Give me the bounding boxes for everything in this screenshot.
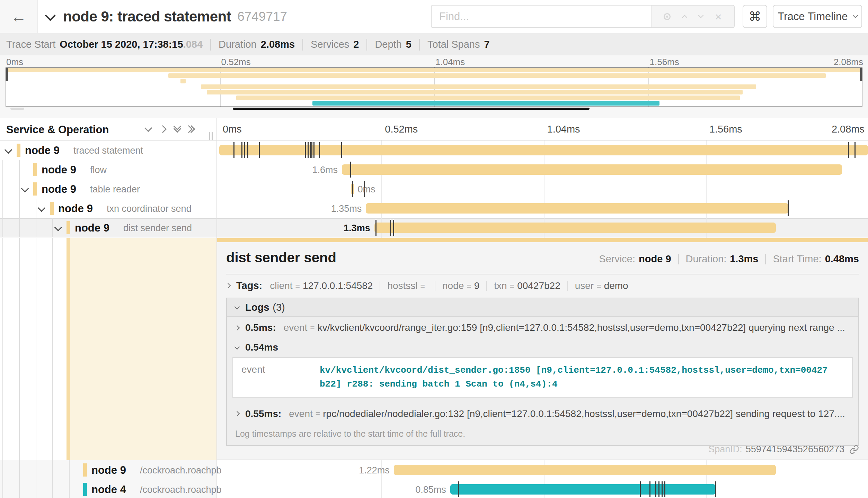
horizontal-scrollbar[interactable] [233, 108, 590, 110]
operation-name[interactable]: flow [90, 165, 107, 175]
expand-all-icon[interactable] [189, 126, 194, 132]
log-fields-table: eventkv/kvclient/kvcoord/dist_sender.go:… [232, 357, 853, 398]
log-field-value: kv/kvclient/kvcoord/range_iter.go:159 [n… [318, 322, 845, 333]
summary-item-value: 7 [484, 39, 490, 50]
service-name[interactable]: node 9 [25, 144, 60, 157]
service-name[interactable]: node 9 [75, 222, 109, 234]
back-arrow-icon: ← [11, 9, 27, 25]
service-name[interactable]: node 9 [91, 464, 126, 477]
span-bar[interactable] [219, 145, 868, 155]
operation-name[interactable]: dist sender send [123, 223, 192, 234]
minimap-span-bar [312, 101, 659, 106]
summary-item-value: October 15 2020, 17:38:15 [60, 39, 183, 50]
summary-separator [302, 39, 303, 51]
span-detail-title: dist sender send [226, 250, 336, 265]
log-marker-tick [640, 481, 641, 497]
log-entry-expanded-header[interactable]: 0.54ms [227, 338, 858, 356]
service-color-bar [83, 463, 87, 477]
logs-header[interactable]: Logs (3) [227, 298, 858, 317]
collapse-all-icon[interactable] [175, 127, 180, 132]
indent-guide [69, 480, 70, 498]
log-marker-tick [854, 142, 856, 158]
span-bar[interactable] [374, 223, 776, 233]
span-bar[interactable] [342, 164, 842, 175]
timeline-tick-label: 1.56ms [709, 124, 742, 135]
meta-value: 1.3ms [730, 253, 758, 265]
summary-item: Services2 [311, 39, 359, 50]
service-name[interactable]: node 9 [58, 202, 93, 215]
span-detail-meta: Service:node 9Duration:1.3msStart Time:0… [599, 253, 859, 265]
minimap-span-bar [207, 90, 742, 94]
equals-sign: = [510, 282, 514, 291]
trace-id: 6749717 [237, 9, 287, 24]
span-bar[interactable] [450, 484, 716, 495]
summary-item-value: 2.08ms [261, 39, 295, 50]
service-color-bar [33, 182, 37, 196]
operation-name[interactable]: table reader [90, 184, 140, 195]
indent-guide [2, 179, 3, 199]
find-input[interactable] [432, 6, 651, 27]
log-marker-tick [848, 142, 849, 158]
summary-item: Duration2.08ms [219, 39, 295, 50]
meta-separator [765, 254, 766, 264]
link-icon[interactable] [849, 445, 859, 454]
expand-one-icon[interactable] [159, 125, 167, 133]
indent-guide [52, 460, 53, 480]
timeline-tick-label: 2.08ms [832, 124, 865, 135]
log-entry[interactable]: 0.55ms:event=rpc/nodedialer/nodedialer.g… [227, 403, 858, 425]
column-resize-handle[interactable] [209, 132, 213, 140]
tag-item: hostssl= [387, 280, 428, 291]
span-id-label: SpanID: [708, 444, 742, 455]
indent-guide [52, 218, 53, 237]
collapse-one-icon[interactable] [144, 124, 152, 132]
tag-value: 127.0.0.1:54582 [303, 280, 373, 291]
minimap-span-bar [180, 79, 186, 83]
prev-result-icon[interactable] [682, 15, 688, 20]
operation-name[interactable]: /cockroach.roachpb.I... [140, 465, 221, 476]
indent-guide [36, 199, 36, 218]
tag-key: client [270, 280, 292, 291]
summary-separator [366, 39, 367, 51]
tag-separator [567, 281, 568, 291]
next-result-icon[interactable] [698, 13, 703, 18]
collapse-chevron-icon[interactable] [45, 10, 55, 21]
trace-summary: Trace StartOctober 15 2020, 17:38:15.084… [0, 34, 868, 55]
indent-guide [2, 460, 3, 480]
keyboard-shortcuts-button[interactable]: ⌘ [743, 5, 767, 28]
minimap-tick-label: 1.56ms [650, 57, 679, 67]
service-name[interactable]: node 9 [42, 164, 76, 176]
service-name[interactable]: node 4 [91, 483, 126, 496]
span-id-value: 5597415943526560273 [746, 444, 844, 455]
back-button[interactable]: ← [0, 0, 38, 33]
span-duration-label: 1.35ms [331, 203, 362, 214]
service-name[interactable]: node 9 [42, 183, 76, 196]
operation-name[interactable]: txn coordinator send [107, 203, 192, 214]
minimap-left-handle[interactable] [6, 68, 8, 81]
log-entry[interactable]: 0.5ms:event=kv/kvclient/kvcoord/range_it… [227, 317, 858, 338]
span-bar[interactable] [366, 203, 788, 214]
summary-separator [419, 39, 420, 51]
tag-separator [486, 281, 487, 291]
span-bar[interactable] [394, 465, 776, 475]
operation-name[interactable]: /cockroach.roachpb.I... [140, 485, 221, 495]
log-marker-tick [319, 142, 320, 158]
log-marker-tick [305, 142, 306, 158]
equals-sign: = [295, 282, 300, 291]
log-timestamp: 0.54ms [245, 342, 278, 353]
log-marker-tick [350, 162, 351, 178]
tags-row[interactable]: Tags: client=127.0.0.1:54582hostssl=node… [226, 280, 859, 291]
minimap-right-handle[interactable] [860, 68, 862, 81]
indent-guide [36, 238, 36, 460]
clear-search-icon[interactable]: × [715, 11, 722, 22]
column-divider[interactable] [216, 118, 217, 498]
operation-name[interactable]: traced statement [73, 145, 143, 156]
locate-icon[interactable] [664, 13, 671, 20]
log-field-value: kv/kvclient/kvcoord/dist_sender.go:1850 … [320, 358, 852, 397]
indent-guide [36, 480, 36, 498]
trace-title: node 9: traced statement [63, 8, 231, 25]
span-id-row: SpanID: 5597415943526560273 [708, 444, 859, 455]
equals-sign: = [596, 282, 601, 291]
find-controls: × [651, 6, 734, 27]
view-selector-button[interactable]: Trace Timeline [773, 5, 862, 28]
summary-separator [210, 39, 211, 51]
